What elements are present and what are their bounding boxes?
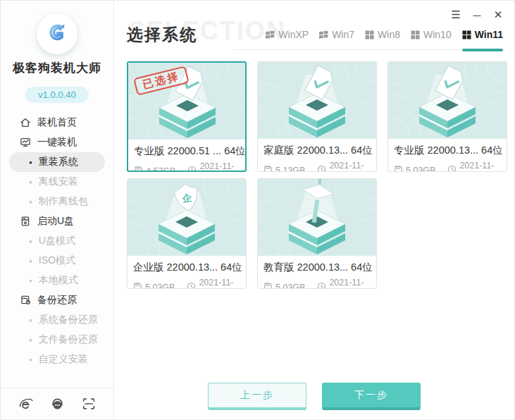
wizard-footer: 上一步 下一步 — [114, 383, 514, 410]
clock-icon — [317, 282, 326, 289]
sidebar-item-label: U盘模式 — [39, 235, 75, 247]
disk-icon — [133, 282, 142, 289]
sidebar-item-2[interactable]: ● 重装系统 — [9, 152, 105, 172]
support-icon[interactable] — [49, 396, 65, 412]
sidebar-item-label: 离线安装 — [39, 175, 78, 188]
sidebar-item-label: 本地模式 — [39, 274, 78, 287]
system-card-meta: 5.03GB 2021-11-09 — [388, 159, 507, 172]
bullet-icon: ● — [29, 357, 32, 363]
system-size: 5.03GB — [275, 283, 305, 289]
sidebar-item-6[interactable]: ● U盘模式 — [1, 231, 113, 251]
home-icon — [19, 117, 31, 129]
os-tab-label: Win7 — [332, 29, 354, 40]
clock-icon — [317, 165, 326, 172]
system-card-grid: 企 已选择 专业版 22000.51 ... 64位 4.57GB 2021-1… — [127, 61, 507, 289]
system-card-2[interactable]: 企 专业版 22000.13... 64位 5.03GB 2021-11-09 — [387, 61, 507, 172]
sidebar-item-label: 系统备份还原 — [39, 314, 98, 326]
system-card-illustration: 企 — [258, 62, 376, 139]
sidebar-item-10[interactable]: ● 系统备份还原 — [1, 310, 113, 330]
app-name: 极客狗装机大师 — [1, 60, 113, 76]
system-size: 5.03GB — [145, 283, 175, 289]
sidebar-item-label: 重装系统 — [39, 156, 78, 168]
bullet-icon: ● — [29, 199, 32, 205]
bullet-icon: ● — [29, 258, 32, 264]
clock-icon — [187, 282, 196, 289]
system-card-meta: 5.03GB 2021-11-09 — [258, 276, 376, 289]
windows-logo-icon — [319, 30, 328, 39]
system-card-meta: 5.03GB 2021-11-09 — [128, 276, 246, 289]
scan-icon[interactable] — [81, 396, 97, 412]
sidebar-item-12[interactable]: ● 自定义安装 — [1, 350, 113, 369]
system-date: 2021-11-09 — [329, 161, 371, 172]
system-card-title: 家庭版 22000.13... 64位 — [258, 139, 376, 159]
disk-icon — [263, 165, 273, 172]
os-tabs: WinXP Win7 Win8 Win10 Win11 — [234, 20, 503, 50]
bullet-icon: ● — [29, 337, 32, 343]
system-date: 2021-11-09 — [199, 278, 240, 289]
windows-logo-icon — [462, 30, 471, 39]
os-tab-label: WinXP — [278, 29, 309, 40]
browser-icon[interactable] — [18, 396, 33, 412]
system-date: 2021-11-09 — [329, 278, 371, 289]
page-title: 选择系统 — [127, 24, 197, 46]
version-badge: v1.0.0.40 — [25, 87, 89, 103]
system-card-illustration: 企 — [128, 179, 246, 256]
sidebar-item-11[interactable]: ● 文件备份还原 — [1, 330, 113, 350]
system-card-3[interactable]: 企 企业版 22000.13... 64位 5.03GB 2021-11-09 — [127, 178, 247, 289]
close-icon[interactable]: ✕ — [490, 7, 506, 23]
system-card-meta: 5.13GB 2021-11-09 — [258, 159, 376, 172]
bullet-icon: ● — [29, 238, 32, 245]
dog-g-logo-icon — [43, 20, 71, 48]
system-size: 5.13GB — [275, 166, 305, 172]
disk-icon — [263, 282, 273, 289]
sidebar-item-5[interactable]: ● 启动U盘 — [1, 211, 113, 231]
system-card-1[interactable]: 企 家庭版 22000.13... 64位 5.13GB 2021-11-09 — [257, 61, 377, 172]
sidebar-item-8[interactable]: ● 本地模式 — [1, 271, 113, 290]
system-date: 2021-11-09 — [459, 161, 501, 172]
sidebar-item-label: 制作离线包 — [39, 195, 88, 208]
minimize-icon[interactable]: ─ — [469, 7, 485, 23]
tab-win11[interactable]: Win11 — [462, 20, 503, 49]
windows-logo-icon — [365, 30, 374, 39]
tab-win7[interactable]: Win7 — [319, 20, 354, 49]
system-card-0[interactable]: 企 已选择 专业版 22000.51 ... 64位 4.57GB 2021-1… — [127, 61, 247, 172]
system-card-meta: 4.57GB 2021-11-09 — [128, 159, 245, 172]
system-card-illustration: 企 已选择 — [128, 63, 245, 140]
sidebar-item-label: 一键装机 — [37, 136, 77, 149]
usb-icon — [19, 216, 31, 228]
system-card-illustration: 企 — [258, 179, 376, 256]
sidebar-item-4[interactable]: ● 制作离线包 — [1, 192, 113, 211]
bullet-icon: ● — [29, 159, 32, 166]
sidebar-item-7[interactable]: ● ISO模式 — [1, 251, 113, 271]
main-area: ☰ ─ ✕ SELECTION 选择系统 WinXP Win7 Win8 Win… — [114, 1, 514, 419]
next-step-button[interactable]: 下一步 — [322, 383, 421, 410]
system-card-title: 专业版 22000.51 ... 64位 — [128, 140, 245, 159]
sidebar-item-label: 自定义安装 — [39, 353, 88, 366]
tab-win10[interactable]: Win10 — [411, 20, 452, 49]
restore-icon — [19, 295, 31, 307]
os-tab-label: Win8 — [378, 29, 400, 40]
clock-icon — [187, 166, 197, 172]
windows-logo-icon — [411, 30, 420, 39]
app-window: 极客狗装机大师 v1.0.0.40 ● 装机首页 ● 一键装机 ● 重装系统 ●… — [0, 0, 515, 420]
sidebar-menu: ● 装机首页 ● 一键装机 ● 重装系统 ● 离线安装 ● 制作离线包 ● 启动… — [1, 113, 113, 369]
system-card-4[interactable]: 企 教育版 22000.13... 64位 5.03GB 2021-11-09 — [257, 178, 377, 289]
sidebar-item-3[interactable]: ● 离线安装 — [1, 172, 113, 192]
sidebar-footer — [1, 388, 113, 419]
menu-icon[interactable]: ☰ — [448, 7, 464, 23]
sidebar-item-label: ISO模式 — [39, 254, 75, 267]
tab-win8[interactable]: Win8 — [365, 20, 400, 49]
clock-icon — [447, 165, 457, 172]
tab-winxp[interactable]: WinXP — [266, 20, 309, 49]
system-card-title: 教育版 22000.13... 64位 — [258, 256, 376, 276]
bullet-icon: ● — [29, 179, 32, 185]
sidebar-item-0[interactable]: ● 装机首页 — [1, 113, 113, 132]
sidebar-item-1[interactable]: ● 一键装机 — [1, 132, 113, 152]
system-card-illustration: 企 — [388, 62, 507, 139]
bullet-icon: ● — [29, 317, 32, 323]
sidebar-item-9[interactable]: ● 备份还原 — [1, 290, 113, 310]
system-size: 4.57GB — [146, 166, 175, 172]
app-logo — [37, 13, 77, 54]
prev-step-button[interactable]: 上一步 — [208, 383, 306, 410]
sidebar-item-label: 文件备份还原 — [39, 333, 98, 346]
